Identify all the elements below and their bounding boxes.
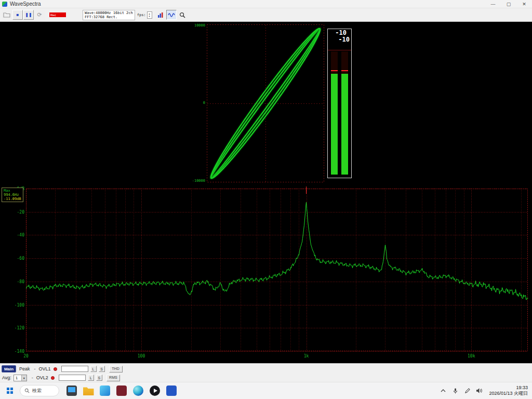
fft-format-text: FFT:32768 Rect.	[85, 15, 133, 19]
stop-icon: ■	[17, 13, 19, 17]
wavespectra-app: WaveSpectra — ▢ ✕ ■ ❚❚ ⟳ Rec Wave:48000H…	[0, 0, 532, 399]
taskbar-clock[interactable]: 19:33 2026/01/13 火曜日	[489, 385, 528, 396]
loop-icon: ⟳	[37, 12, 42, 18]
stop-button[interactable]: ■	[12, 10, 23, 20]
close-button[interactable]: ✕	[516, 0, 532, 8]
tray-time: 19:33	[489, 385, 528, 391]
lissajous-ymid-label: 0	[203, 101, 205, 105]
spinner-down-icon: ▾	[149, 15, 150, 18]
minimize-button[interactable]: —	[485, 0, 501, 8]
meter-bars	[328, 50, 351, 175]
l-button-2[interactable]: L	[88, 375, 94, 381]
meter-bar-left	[331, 51, 338, 175]
peak-label: Peak	[19, 366, 30, 371]
speaker-icon[interactable]	[475, 385, 483, 396]
open-file-button[interactable]	[2, 10, 12, 20]
meter-right-value: -10	[328, 36, 351, 43]
fps-label: fps:	[137, 13, 146, 17]
tray-date: 2026/01/13 火曜日	[489, 391, 528, 396]
meter-bar-right	[341, 51, 348, 175]
search-placeholder: 検索	[32, 388, 42, 394]
main-button[interactable]: Main	[2, 365, 16, 373]
peak-readout: Max 994.6Hz -11.09dB	[2, 188, 23, 202]
avg-label: Avg:	[2, 375, 11, 380]
taskbar: 検索	[0, 382, 532, 399]
loop-button[interactable]: ⟳	[34, 10, 45, 20]
record-indicator: Rec	[49, 12, 66, 17]
rms-button[interactable]: RMS	[107, 375, 120, 381]
ovl2-label: OVL2	[36, 375, 48, 380]
control-bar: Main Peak - OVL1 L S THD Avg: 1 ▾ - OVL2…	[0, 363, 532, 382]
waveform-icon	[168, 12, 175, 18]
lissajous-panel: 10000 0 -10000	[207, 24, 324, 182]
peak-value-field-2[interactable]	[59, 375, 86, 381]
microphone-icon[interactable]	[451, 385, 459, 396]
level-meter-panel: -10 -10	[327, 29, 352, 178]
peak-readout-frequency: 994.6Hz	[4, 193, 21, 197]
format-info-box: Wave:48000Hz 16bit 2ch FFT:32768 Rect.	[83, 10, 135, 20]
titlebar: WaveSpectra — ▢ ✕	[0, 0, 532, 8]
taskbar-search[interactable]: 検索	[20, 385, 59, 396]
taskbar-icon-app[interactable]	[115, 384, 128, 397]
taskbar-icon-pc[interactable]	[65, 384, 78, 397]
spectrum-panel: Max 994.6Hz -11.09dB	[0, 185, 532, 363]
ovl1-led	[54, 367, 57, 371]
pause-icon: ❚❚	[25, 13, 32, 17]
lissajous-ymin-label: -10000	[192, 179, 205, 183]
level-bars-icon	[157, 12, 164, 18]
chevron-down-icon: ▾	[21, 375, 26, 381]
fps-spinner[interactable]: ▴ ▾	[147, 11, 152, 19]
tray-chevron-up-icon[interactable]	[439, 385, 447, 396]
meter-fill-right	[341, 74, 348, 175]
level-meter-button[interactable]	[155, 10, 166, 20]
taskbar-icon-explorer[interactable]	[82, 384, 95, 397]
avg-select[interactable]: 1 ▾	[14, 375, 27, 381]
separator: -	[34, 366, 36, 371]
thd-button[interactable]: THD	[109, 366, 123, 373]
taskbar-icon-media-player[interactable]	[149, 384, 161, 397]
spectrum-canvas	[0, 185, 532, 363]
settings-button[interactable]	[177, 10, 188, 20]
start-button[interactable]	[3, 384, 17, 397]
lissajous-canvas	[207, 24, 324, 182]
taskbar-icon-player[interactable]	[165, 384, 178, 397]
lissajous-ymax-label: 10000	[194, 24, 205, 28]
peak-readout-level: -11.09dB	[4, 197, 21, 201]
meter-fill-left	[331, 74, 338, 175]
windows-logo-icon	[7, 388, 13, 394]
taskbar-icon-photos[interactable]	[99, 384, 111, 397]
system-tray: 19:33 2026/01/13 火曜日	[439, 385, 532, 396]
peak-readout-label: Max	[4, 189, 21, 193]
pen-icon[interactable]	[463, 385, 471, 396]
taskbar-apps	[65, 384, 178, 397]
pause-button[interactable]: ❚❚	[23, 10, 34, 20]
wave-format-text: Wave:48000Hz 16bit 2ch	[85, 11, 133, 15]
separator: -	[32, 375, 33, 380]
display-toggle-button[interactable]	[166, 10, 177, 20]
s-button-2[interactable]: S	[96, 375, 102, 381]
avg-value: 1	[14, 376, 21, 380]
record-label: Rec	[50, 14, 56, 17]
taskbar-icon-edge[interactable]	[132, 384, 144, 397]
app-icon	[2, 2, 7, 7]
scope-area: 10000 0 -10000 -10 -10	[0, 22, 532, 185]
magnifier-icon	[179, 12, 185, 18]
search-icon	[24, 388, 30, 393]
l-button-1[interactable]: L	[90, 366, 97, 372]
meter-peak-right	[341, 70, 348, 71]
s-button-1[interactable]: S	[99, 366, 105, 372]
peak-value-field-1[interactable]	[61, 366, 88, 372]
maximize-button[interactable]: ▢	[501, 0, 516, 8]
window-title: WaveSpectra	[10, 1, 41, 7]
toolbar: ■ ❚❚ ⟳ Rec Wave:48000Hz 16bit 2ch FFT:32…	[0, 8, 532, 22]
ovl2-led	[51, 376, 55, 380]
ovl1-label: OVL1	[39, 366, 51, 371]
meter-peak-left	[331, 70, 338, 71]
open-folder-icon	[3, 12, 10, 18]
